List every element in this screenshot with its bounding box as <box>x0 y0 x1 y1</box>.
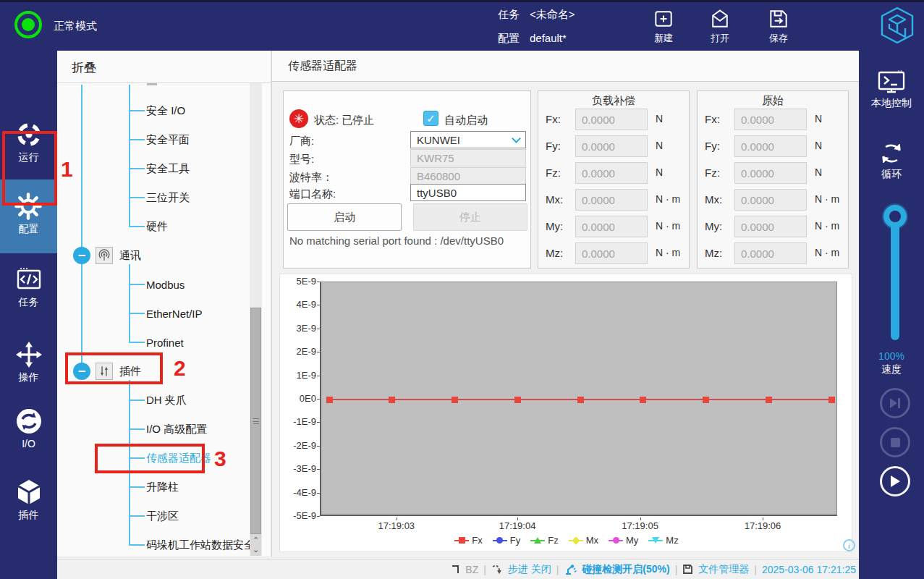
config-value: default* <box>530 32 567 44</box>
tree-item[interactable]: 安全 I/O <box>57 96 260 125</box>
circle-marker-icon <box>496 537 503 544</box>
tree-item[interactable]: I/O 高级配置 <box>57 415 260 444</box>
force-value-field: 0.0000 <box>575 162 648 184</box>
force-value-row: Fz:0.0000N <box>538 162 690 184</box>
nav-item-io[interactable]: I/O <box>0 407 57 449</box>
port-input[interactable]: ttyUSB0 <box>410 184 526 201</box>
tree-item-label: 插件 <box>119 365 141 379</box>
force-value-field: 0.0000 <box>734 216 807 237</box>
play-button[interactable] <box>880 466 910 496</box>
io-cycle-icon <box>14 407 43 436</box>
annotation-number-3: 3 <box>214 447 226 471</box>
tree-item[interactable]: 干涉区 <box>57 502 260 531</box>
force-value-field: 0.0000 <box>734 242 807 264</box>
file-manager-link[interactable]: 文件管理器 <box>698 563 749 576</box>
loop-button[interactable]: 循环 <box>859 140 924 181</box>
tree-collapse-header[interactable]: 折叠 <box>72 59 96 76</box>
autostart-label: 自动启动 <box>444 114 488 127</box>
stopped-status-icon: ✳ <box>289 109 308 128</box>
nav-item-plugin[interactable]: 插件 <box>0 478 57 522</box>
open-button[interactable]: 打开 <box>697 7 743 45</box>
page-header: 传感器适配器 <box>272 51 860 82</box>
tree-item[interactable]: 升降柱 <box>57 473 260 502</box>
force-value-field: 0.0000 <box>575 216 648 237</box>
tree-scrollbar-thumb[interactable] <box>250 308 261 534</box>
speed-percentage: 100% <box>859 350 924 362</box>
nav-item-run[interactable]: 运行 <box>0 120 57 164</box>
data-marker-Fx <box>326 397 333 403</box>
new-button[interactable]: 新建 <box>640 7 687 45</box>
force-value-field: 0.0000 <box>734 135 807 157</box>
tree-item[interactable]: 三位开关 <box>57 183 260 212</box>
tree-item[interactable]: 硬件 <box>57 212 260 241</box>
tree-item-label: Profinet <box>146 337 184 349</box>
force-value-field: 0.0000 <box>575 135 648 157</box>
tree-scroll-buttons[interactable]: ⌃⌄ <box>250 534 261 556</box>
load-compensation-panel: 负载补偿 Fx:0.0000NFy:0.0000NFz:0.0000NMx:0.… <box>538 90 690 269</box>
local-control-button[interactable]: 本地控制 <box>859 69 924 110</box>
save-button[interactable]: 保存 <box>755 7 802 45</box>
tree-item-label: 安全平面 <box>146 133 190 147</box>
tree-item[interactable]: −插件 <box>57 357 260 386</box>
speed-label: 速度 <box>859 363 924 376</box>
force-value-row: My:0.0000N · m <box>698 216 849 237</box>
data-marker-Fx <box>452 397 458 403</box>
triangle-down-marker-icon <box>652 537 659 544</box>
tree-item[interactable]: 码垛机工作站数据安全 <box>57 531 260 556</box>
page-title: 传感器适配器 <box>288 59 357 74</box>
scroll-up-icon: ⌃ <box>253 536 259 545</box>
tree-item[interactable]: −通讯 <box>57 241 260 270</box>
legend-item-Mx: Mx <box>569 535 598 546</box>
right-control-sidebar: 本地控制 循环 100% 速度 <box>859 51 924 579</box>
tree-item-label: DH 夹爪 <box>146 394 187 407</box>
collision-detection-status[interactable]: 碰撞检测开启(50%) <box>582 563 669 576</box>
force-value-field: 0.0000 <box>734 109 807 130</box>
loop-arrows-icon <box>876 140 907 166</box>
sliders-icon <box>96 363 113 380</box>
autostart-checkbox[interactable]: ✓ <box>423 111 438 126</box>
data-marker-Fx <box>389 397 395 403</box>
tree-item[interactable]: Modbus <box>57 270 260 299</box>
step-mode-status[interactable]: 步进 关闭 <box>508 563 551 576</box>
vendor-label: 厂商: <box>289 135 314 148</box>
collapse-minus-icon[interactable]: − <box>73 247 90 264</box>
tree-item[interactable]: 传感器适配器 <box>57 444 260 473</box>
play-icon <box>889 475 901 488</box>
task-code-icon <box>14 265 43 294</box>
force-value-row: Fz:0.0000N <box>698 162 849 184</box>
speed-slider-track[interactable] <box>891 227 899 340</box>
bottom-status-bar: BZ | 步进 关闭 | 碰撞检测开启(50%) | 文件管理器 | 2025-… <box>57 559 859 579</box>
speed-slider-handle[interactable] <box>883 205 907 228</box>
info-icon[interactable]: i <box>843 539 855 551</box>
tree-item[interactable]: EtherNet/IP <box>57 299 260 328</box>
triangle-up-marker-icon <box>534 537 541 544</box>
task-label: 任务 <box>498 8 520 20</box>
y-axis-tick-label: -4E-9 <box>281 487 316 498</box>
config-tree-panel: 折叠 安全 I/O安全平面安全工具三位开关硬件−通讯ModbusEtherNet… <box>57 51 271 556</box>
force-value-field: 0.0000 <box>575 109 648 130</box>
status-text: 状态: 已停止 <box>314 114 374 127</box>
tree-item[interactable]: Profinet <box>57 328 260 357</box>
vendor-select[interactable]: KUNWEI <box>410 131 526 148</box>
force-value-row: Mx:0.0000N · m <box>538 189 690 211</box>
legend-item-Fx: Fx <box>454 535 482 546</box>
tree-item-label: 通讯 <box>119 249 141 263</box>
collapse-minus-icon[interactable]: − <box>73 363 90 380</box>
tree-item[interactable]: 安全工具 <box>57 154 260 183</box>
nav-item-task[interactable]: 任务 <box>0 265 57 309</box>
bz-indicator: BZ <box>465 564 478 575</box>
tree-item-label: 干涉区 <box>146 510 179 523</box>
start-button[interactable]: 启动 <box>287 203 402 231</box>
nav-item-config[interactable]: 配置 <box>0 179 57 253</box>
force-value-row: Fy:0.0000N <box>538 135 690 157</box>
x-axis-tick-label: 17:19:06 <box>734 520 792 531</box>
tree-item[interactable]: 安全平面 <box>57 125 260 154</box>
nav-item-operate[interactable]: 操作 <box>0 340 57 384</box>
task-value: <未命名> <box>530 8 575 20</box>
data-marker-Fx <box>577 397 584 403</box>
raw-values-panel: 原始 Fx:0.0000NFy:0.0000NFz:0.0000NMx:0.00… <box>697 90 849 269</box>
serial-port-message: No matching serial port found : /dev/tty… <box>289 234 504 247</box>
tree-item-label: 安全工具 <box>146 162 190 176</box>
tree-item[interactable]: DH 夹爪 <box>57 386 260 415</box>
chart-legend: FxFyFzMxMyMz <box>280 535 853 546</box>
